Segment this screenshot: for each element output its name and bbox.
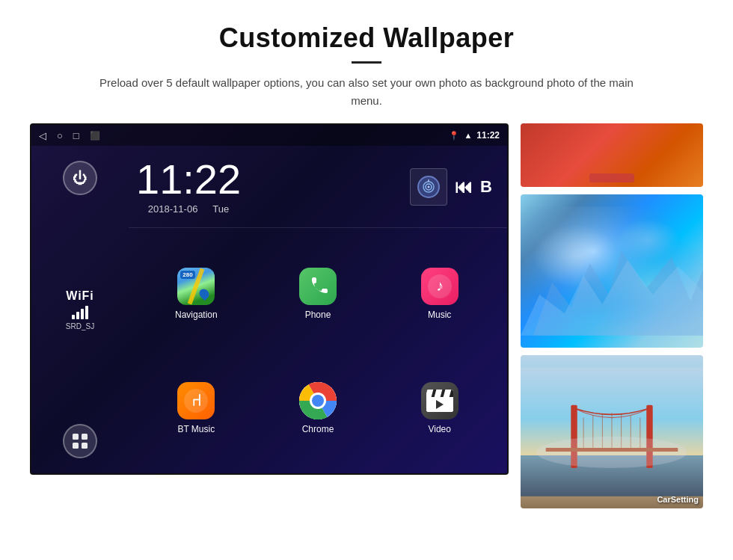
day-value: Tue — [212, 203, 229, 215]
bridge-svg — [521, 355, 703, 508]
home-icon[interactable]: ○ — [57, 130, 63, 141]
wifi-label: WiFi — [66, 289, 94, 303]
clapper-top — [426, 390, 453, 397]
location-icon: 📍 — [449, 131, 459, 141]
clock-bar: 11:22 2018-11-06 Tue — [129, 146, 507, 228]
apps-grid: 280 Navigation — [129, 228, 507, 473]
shield-label: 280 — [180, 271, 194, 279]
app-video-label: Video — [428, 424, 450, 434]
grid-icon — [72, 433, 88, 449]
chrome-icon — [299, 382, 337, 419]
svg-point-14 — [312, 395, 324, 407]
wallpaper-thumb-red[interactable] — [521, 123, 703, 187]
android-body: ⏻ WiFi SRD_SJ — [31, 146, 507, 473]
title-divider — [352, 61, 381, 64]
skip-prev-button[interactable]: ⏮ — [455, 176, 473, 197]
app-navigation[interactable]: 280 Navigation — [139, 240, 254, 347]
antenna-icon — [421, 179, 436, 194]
music-svg: ♪ — [426, 273, 453, 300]
clapper-body — [426, 397, 453, 412]
media-radio-icon[interactable] — [410, 168, 447, 206]
back-icon[interactable]: ◁ — [39, 130, 46, 141]
video-icon — [421, 382, 458, 419]
app-phone[interactable]: Phone — [261, 240, 375, 347]
wifi-widget: WiFi SRD_SJ — [66, 289, 94, 330]
chrome-svg — [299, 382, 337, 419]
svg-text:⑁: ⑁ — [191, 391, 201, 410]
radio-inner — [417, 176, 440, 198]
app-chrome[interactable]: Chrome — [261, 354, 375, 461]
app-music[interactable]: ♪ Music — [382, 240, 497, 347]
svg-point-6 — [428, 185, 430, 188]
svg-rect-3 — [82, 443, 88, 449]
ice-svg — [521, 194, 703, 348]
screenshot-icon[interactable]: ⬛ — [90, 131, 100, 141]
phone-svg — [306, 274, 330, 298]
app-phone-label: Phone — [305, 310, 331, 320]
page-container: Customized Wallpaper Preload over 5 defa… — [0, 0, 733, 523]
svg-rect-1 — [82, 434, 88, 440]
svg-rect-0 — [73, 434, 79, 440]
media-controls: ⏮ B — [410, 168, 492, 206]
app-navigation-label: Navigation — [175, 310, 218, 320]
android-main-content: 11:22 2018-11-06 Tue — [129, 146, 507, 473]
carsetting-label: CarSetting — [657, 495, 699, 504]
power-button[interactable]: ⏻ — [63, 161, 97, 195]
phone-icon — [299, 268, 337, 305]
app-music-label: Music — [428, 310, 451, 320]
bt-icon: ⑁ — [177, 382, 215, 419]
stripe-3 — [443, 390, 451, 397]
apps-grid-button[interactable] — [63, 424, 97, 458]
stripe-1 — [426, 390, 433, 397]
wifi-bar-1 — [72, 315, 75, 319]
navigation-icon: 280 — [177, 268, 215, 305]
wallpaper-thumb-ice[interactable] — [521, 194, 703, 348]
compass-icon — [198, 287, 213, 302]
page-title: Customized Wallpaper — [30, 22, 703, 54]
music-icon: ♪ — [421, 268, 458, 305]
wifi-icon: ▲ — [464, 131, 472, 140]
wifi-bar-4 — [85, 306, 88, 319]
play-triangle — [436, 400, 444, 409]
wifi-bars — [66, 306, 94, 319]
left-sidebar: ⏻ WiFi SRD_SJ — [31, 146, 129, 473]
date-value: 2018-11-06 — [148, 203, 198, 215]
android-screen: ◁ ○ □ ⬛ 📍 ▲ 11:22 ⏻ — [30, 123, 509, 475]
app-chrome-label: Chrome — [302, 424, 334, 434]
wifi-ssid: SRD_SJ — [66, 322, 94, 330]
power-icon: ⏻ — [73, 170, 88, 187]
wallpaper-thumb-bridge[interactable]: CarSetting — [521, 355, 703, 508]
svg-rect-2 — [73, 443, 79, 449]
wifi-bar-3 — [81, 309, 84, 319]
wallpaper-thumbnails: CarSetting — [521, 123, 703, 508]
clock-time: 11:22 — [136, 159, 241, 200]
bluetooth-svg: ⑁ — [183, 387, 209, 414]
content-area: ◁ ○ □ ⬛ 📍 ▲ 11:22 ⏻ — [30, 123, 703, 508]
app-bt-music[interactable]: ⑁ BT Music — [139, 354, 254, 461]
status-bar-left: ◁ ○ □ ⬛ — [39, 130, 100, 141]
wifi-bar-2 — [76, 312, 79, 319]
clock-date: 2018-11-06 Tue — [136, 203, 241, 215]
status-time: 11:22 — [476, 130, 500, 141]
clapperboard-icon — [426, 390, 453, 412]
app-bt-music-label: BT Music — [177, 424, 215, 434]
recent-icon[interactable]: □ — [73, 130, 79, 141]
subtitle: Preload over 5 default wallpaper options… — [86, 74, 647, 110]
status-bar: ◁ ○ □ ⬛ 📍 ▲ 11:22 — [31, 125, 507, 146]
svg-text:♪: ♪ — [436, 277, 444, 294]
clock-section: 11:22 2018-11-06 Tue — [136, 159, 241, 215]
svg-point-29 — [536, 437, 687, 468]
title-section: Customized Wallpaper Preload over 5 defa… — [30, 22, 703, 110]
app-video[interactable]: Video — [382, 354, 497, 461]
stripe-2 — [434, 390, 442, 397]
media-b-label: B — [480, 177, 492, 197]
status-bar-right: 📍 ▲ 11:22 — [449, 130, 500, 141]
